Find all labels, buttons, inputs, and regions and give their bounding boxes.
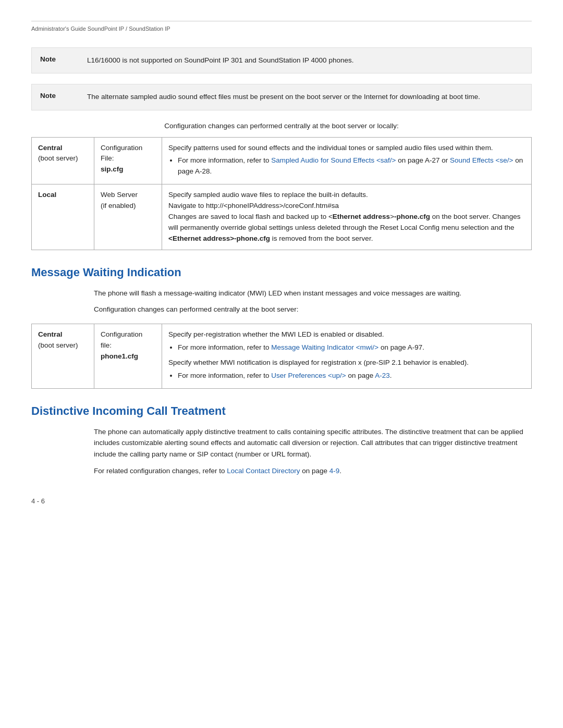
note-box-1: Note L16/16000 is not supported on Sound…: [31, 47, 532, 73]
page-header: Administrator's Guide SoundPoint IP / So…: [31, 26, 532, 32]
cell-local-file: Web Server (if enabled): [94, 184, 162, 250]
mwi-config-file-label: Configuration file:: [101, 330, 142, 349]
mwi-heading: Message Waiting Indication: [31, 266, 532, 279]
central-desc-list: For more information, refer to Sampled A…: [178, 155, 525, 177]
mwi-intro2: Configuration changes can performed cent…: [94, 304, 532, 315]
dict-body: The phone can automatically apply distin…: [94, 426, 532, 476]
mwi-desc-text1: Specify per-registration whether the MWI…: [168, 329, 525, 340]
cell-local-label: Local: [32, 184, 94, 250]
note-label-1: Note: [40, 55, 87, 66]
sampled-audio-link[interactable]: Sampled Audio for Sound Effects <saf/>: [271, 156, 396, 164]
web-server-label: Web Server: [101, 191, 138, 199]
mwi-cell-desc: Specify per-registration whether the MWI…: [162, 324, 532, 389]
local-desc-line3: Changes are saved to local flash and bac…: [168, 212, 525, 244]
mwi-list-after2: on page: [346, 372, 375, 379]
note-label-2: Note: [40, 92, 87, 102]
dict-page-link[interactable]: 4-9: [329, 467, 340, 475]
note-text-1: L16/16000 is not supported on SoundPoint…: [87, 55, 353, 66]
mwi-list-before2: For more information, refer to: [178, 372, 271, 379]
mwi-cell-file: Configuration file: phone1.cfg: [94, 324, 162, 389]
config-file-label: Configuration File:: [101, 144, 142, 163]
cell-central-file: Configuration File: sip.cfg: [94, 137, 162, 184]
mwi-list-item-2: For more information, refer to User Pref…: [178, 371, 525, 381]
mwi-cell-central-label: Central (boot server): [32, 324, 94, 389]
local-label: Local: [38, 191, 56, 199]
sound-effects-link[interactable]: Sound Effects <se/>: [450, 156, 513, 164]
dict-para2-before: For related configuration changes, refer…: [94, 467, 227, 475]
mwi-desc-list1: For more information, refer to Message W…: [178, 342, 525, 353]
web-server-sub: (if enabled): [101, 202, 136, 209]
mwi-table-row-central: Central (boot server) Configuration file…: [32, 324, 532, 389]
mwi-list-before1: For more information, refer to: [178, 343, 271, 351]
cell-central-desc: Specify patterns used for sound effects …: [162, 137, 532, 184]
cell-central-label: Central (boot server): [32, 137, 94, 184]
local-desc-line2: Navigate to http://<phoneIPAddress>/core…: [168, 201, 525, 212]
config-file-name: sip.cfg: [101, 165, 124, 173]
page-footer: 4 - 6: [31, 497, 532, 505]
table-row-central: Central (boot server) Configuration File…: [32, 137, 532, 184]
mwi-config-table: Central (boot server) Configuration file…: [31, 324, 532, 389]
config-intro: Configuration changes can performed cent…: [31, 122, 532, 130]
list-item: For more information, refer to Sampled A…: [178, 155, 525, 177]
header-divider: [31, 21, 532, 21]
mwi-central-sub: (boot server): [38, 341, 78, 349]
mwi-para1: The phone will flash a message-waiting i…: [94, 288, 532, 299]
page-container: Administrator's Guide SoundPoint IP / So…: [0, 0, 563, 536]
mwi-indicator-link[interactable]: Message Waiting Indicator <mwi/>: [271, 343, 378, 351]
list-item-middle: on page A-27 or: [396, 156, 450, 164]
mwi-body: The phone will flash a message-waiting i…: [94, 288, 532, 315]
central-label: Central: [38, 144, 63, 152]
note-text-2: The alternate sampled audio sound effect…: [87, 92, 480, 102]
central-sub: (boot server): [38, 154, 78, 162]
list-item-before: For more information, refer to: [178, 156, 271, 164]
dict-para1: The phone can automatically apply distin…: [94, 426, 532, 460]
cell-local-desc: Specify sampled audio wave files to repl…: [162, 184, 532, 250]
dict-para2: For related configuration changes, refer…: [94, 465, 532, 477]
user-prefs-page-link[interactable]: A-23: [375, 372, 390, 379]
mwi-list-after1: on page A-97.: [378, 343, 424, 351]
mwi-config-file-name: phone1.cfg: [101, 352, 138, 360]
local-desc-line1: Specify sampled audio wave files to repl…: [168, 190, 525, 201]
dict-para2-period: .: [339, 467, 341, 475]
table-row-local: Local Web Server (if enabled) Specify sa…: [32, 184, 532, 250]
central-desc-text: Specify patterns used for sound effects …: [168, 144, 493, 152]
mwi-central-label: Central: [38, 330, 63, 338]
user-prefs-link[interactable]: User Preferences <up/>: [271, 372, 346, 379]
local-contact-dir-link[interactable]: Local Contact Directory: [227, 467, 300, 475]
config-table: Central (boot server) Configuration File…: [31, 137, 532, 250]
dict-heading: Distinctive Incoming Call Treatment: [31, 404, 532, 418]
mwi-desc-list2: For more information, refer to User Pref…: [178, 371, 525, 381]
mwi-list-item-1: For more information, refer to Message W…: [178, 342, 525, 353]
mwi-list-period: .: [390, 372, 392, 379]
page-number: 4 - 6: [31, 497, 45, 505]
note-box-2: Note The alternate sampled audio sound e…: [31, 84, 532, 110]
dict-para2-after: on page: [300, 467, 329, 475]
mwi-desc-text2: Specify whether MWI notification is disp…: [168, 357, 525, 368]
